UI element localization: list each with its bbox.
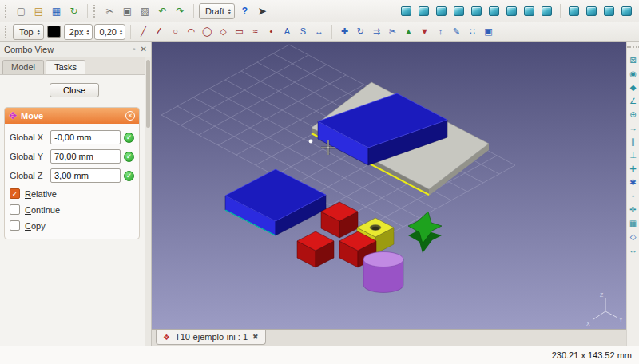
3d-viewport[interactable]: Z X Y (152, 42, 626, 329)
task-collapse-icon[interactable]: ✕ (125, 111, 135, 121)
snap-ortho-icon[interactable]: ✜ (628, 204, 639, 216)
global-x-row: Global X -0,00 mm ✓ (10, 130, 134, 144)
draft-line-icon[interactable]: ╱ (136, 24, 151, 39)
snap-angle-icon[interactable]: ∠ (628, 96, 639, 107)
document-tab[interactable]: ❖ T10-ejemplo-ini : 1 ✖ (156, 330, 266, 345)
snap-intersection-icon[interactable]: ✚ (628, 164, 639, 175)
draft-point-icon[interactable]: • (264, 24, 279, 39)
purple-cylinder[interactable] (363, 252, 403, 293)
view-fit-all-icon[interactable] (398, 2, 415, 19)
snap-lock-icon[interactable]: ⊠ (628, 55, 639, 66)
snap-grid-icon[interactable]: ▦ (628, 218, 639, 229)
draft-offset-icon[interactable]: ⇉ (369, 24, 384, 39)
view-rear-icon[interactable] (486, 2, 502, 19)
line-width-spinbox[interactable]: 2px ▴▾ (64, 24, 93, 40)
global-z-label: Global Z (10, 171, 47, 180)
draft-to-draft-icon[interactable] (583, 2, 600, 19)
snap-parallel-icon[interactable]: ∥ (628, 136, 639, 148)
paste-icon[interactable]: ▨ (137, 2, 153, 19)
close-task-button[interactable]: Close (50, 83, 99, 97)
snap-extension-icon[interactable]: → (628, 123, 639, 134)
combo-spin-arrows-icon[interactable]: ▴▾ (38, 29, 40, 35)
panel-scrollbar[interactable] (145, 57, 151, 346)
undo-icon[interactable]: ↶ (154, 2, 171, 19)
move-task-header[interactable]: ✥ Move ✕ (5, 108, 139, 124)
snap-midpoint-icon[interactable]: ◆ (628, 82, 639, 93)
continue-checkbox[interactable]: ✓ (10, 204, 20, 215)
snap-dimensions-icon[interactable]: ↔ (628, 245, 639, 256)
close-document-icon[interactable]: ✖ (252, 333, 259, 341)
draft-circle-icon[interactable]: ○ (168, 24, 183, 39)
draft-array-icon[interactable]: ∷ (465, 24, 480, 39)
draft-scale-icon[interactable]: ↕ (433, 24, 448, 39)
snap-special-icon[interactable]: ✱ (628, 177, 639, 188)
draft-polygon-icon[interactable]: ◇ (216, 24, 231, 39)
snap-endpoint-icon[interactable]: ◉ (628, 69, 639, 80)
line-color-swatch[interactable] (47, 26, 61, 38)
view-left-icon[interactable] (521, 2, 538, 19)
new-document-icon[interactable]: ▢ (13, 2, 30, 19)
view-axonometric-icon[interactable] (538, 2, 555, 19)
draft-trimex-icon[interactable]: ✂ (385, 24, 400, 39)
snap-working-plane-icon[interactable]: ◇ (628, 231, 639, 243)
save-icon[interactable]: ▦ (48, 2, 65, 19)
draft-bspline-icon[interactable]: ≈ (248, 24, 263, 39)
draft-dimension-icon[interactable]: ↔ (312, 24, 327, 39)
combo-spin-arrows-icon[interactable]: ▴▾ (228, 8, 231, 14)
refresh-icon[interactable]: ↻ (65, 2, 82, 19)
draft-text-icon[interactable]: A (280, 24, 295, 39)
relative-checkbox-row[interactable]: ✓ Relative (10, 188, 134, 199)
view-right-icon[interactable] (468, 2, 485, 19)
select-arrow-icon[interactable]: ➤ (254, 2, 271, 19)
whatsthis-icon[interactable]: ? (236, 2, 253, 19)
toolbar-grip[interactable] (5, 26, 8, 38)
snap-perpendicular-icon[interactable]: ⊥ (628, 150, 639, 161)
draft-rectangle-icon[interactable]: ▭ (232, 24, 247, 39)
close-panel-icon[interactable]: ✕ (141, 46, 147, 53)
copy-checkbox[interactable]: ✓ (10, 220, 20, 231)
draft-edit-icon[interactable]: ✎ (449, 24, 464, 39)
text-scale-spinbox[interactable]: 0,20 ▴▾ (94, 24, 125, 40)
toolbar-grip[interactable] (93, 5, 97, 18)
toolbar-grip[interactable] (5, 5, 8, 18)
draft-select-plane-icon[interactable] (566, 2, 582, 19)
snap-center-icon[interactable]: ⊕ (628, 109, 639, 121)
global-y-input[interactable]: 70,00 mm (50, 149, 121, 164)
tab-tasks[interactable]: Tasks (46, 60, 85, 74)
draft-ellipse-icon[interactable]: ◯ (200, 24, 215, 39)
cut-icon[interactable]: ✂ (101, 2, 118, 19)
global-x-input[interactable]: -0,00 mm (50, 130, 121, 144)
view-front-icon[interactable] (433, 2, 450, 19)
open-document-icon[interactable]: ▤ (30, 2, 47, 19)
draft-shapestring-icon[interactable]: S (296, 24, 311, 39)
toolbar-grip[interactable] (627, 46, 639, 49)
panel-scrollbar-thumb[interactable] (146, 60, 150, 128)
draft-downgrade-icon[interactable]: ▼ (417, 24, 432, 39)
draft-rotate-icon[interactable]: ↻ (353, 24, 368, 39)
combo-view-titlebar[interactable]: Combo View ▫ ✕ (0, 42, 151, 57)
draft-upgrade-icon[interactable]: ▲ (401, 24, 416, 39)
draft-to-sketch-icon[interactable] (601, 2, 617, 19)
copy-checkbox-row[interactable]: ✓ Copy (10, 220, 134, 231)
draft-toggle-grid-icon[interactable] (618, 2, 635, 19)
view-top-icon[interactable] (450, 2, 467, 19)
draft-arc-icon[interactable]: ◠ (184, 24, 199, 39)
workbench-selector[interactable]: Draft ▴▾ (199, 3, 235, 19)
redo-icon[interactable]: ↷ (172, 2, 189, 19)
draft-clone-icon[interactable]: ▣ (481, 24, 496, 39)
tab-model[interactable]: Model (2, 60, 44, 74)
global-z-input[interactable]: 3,00 mm (50, 168, 121, 183)
float-panel-icon[interactable]: ▫ (133, 46, 136, 53)
spin-arrows-icon[interactable]: ▴▾ (120, 29, 122, 35)
draft-polyline-icon[interactable]: ∠ (152, 24, 167, 39)
view-isometric-icon[interactable] (415, 2, 432, 19)
view-bottom-icon[interactable] (503, 2, 520, 19)
spin-arrows-icon[interactable]: ▴▾ (87, 29, 89, 35)
continue-checkbox-row[interactable]: ✓ Continue (10, 204, 134, 215)
snap-near-icon[interactable]: ◦ (628, 191, 639, 202)
relative-checkbox[interactable]: ✓ (10, 188, 20, 199)
working-plane-selector[interactable]: Top ▴▾ (13, 24, 44, 40)
center-area: Z X Y ❖ T10-ejemplo-ini : 1 ✖ (152, 42, 626, 346)
copy-icon[interactable]: ▣ (119, 2, 136, 19)
draft-move-icon[interactable]: ✚ (337, 24, 352, 39)
